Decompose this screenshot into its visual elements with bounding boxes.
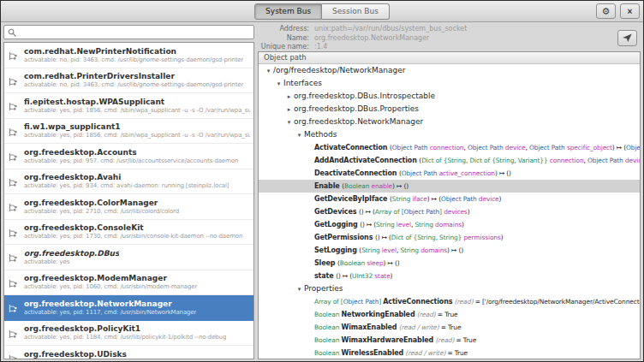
method-row[interactable]: SetLogging (String level, String domains… — [259, 244, 640, 257]
bus-name: com.redhat.PrinterDriversInstaller — [24, 71, 243, 81]
bus-detail: activatable: yes, pid: 1184, cmd: /usr/l… — [24, 334, 226, 341]
expander-icon[interactable]: ▾ — [274, 78, 283, 90]
bus-detail: activatable: yes, pid: 1856, cmd: /sbin/… — [24, 107, 250, 115]
bus-list-item[interactable]: com.redhat.PrinterDriversInstalleractiva… — [4, 68, 253, 94]
header-toolbar: System Bus Session Bus ⚙ × — [1, 1, 643, 22]
bus-list-item[interactable]: org.freedesktop.ColorManageractivatable:… — [4, 194, 253, 220]
properties-node[interactable]: ▾Properties — [259, 282, 640, 295]
unique-name-value: :1.4 — [314, 43, 327, 52]
name-label: Name: — [259, 34, 309, 44]
bus-list-item[interactable]: fi.epitest.hostap.WPASupplicantactivatab… — [4, 93, 253, 119]
dbus-service-icon — [8, 125, 20, 137]
interfaces-node[interactable]: ▾Interfaces — [259, 77, 640, 90]
bus-detail: activatable: yes, pid: 934, cmd: avahi-d… — [24, 182, 229, 190]
unique-name-label: Unique name: — [259, 43, 309, 52]
gear-icon: ⚙ — [602, 6, 611, 16]
bus-detail: activatable: yes — [24, 258, 119, 266]
property-row[interactable]: Boolean NetworkingEnabled (read) = True — [259, 308, 640, 321]
bus-list: com.redhat.NewPrinterNotificationactivat… — [3, 42, 254, 359]
method-row[interactable]: AddAndActivateConnection (Dict of {Strin… — [259, 154, 640, 167]
send-icon — [622, 33, 633, 45]
bus-name: fi.epitest.hostap.WPASupplicant — [24, 97, 250, 107]
method-row[interactable]: GetDeviceByIpIface (String iface) ↦ (Obj… — [259, 193, 640, 205]
main-content: com.redhat.NewPrinterNotificationactivat… — [1, 22, 643, 361]
introspection-pane: Address: unix:path=/var/run/dbus/system_… — [258, 22, 643, 361]
system-bus-tab[interactable]: System Bus — [254, 3, 322, 20]
method-row[interactable]: GetDevices () ↦ (Array of [Object Path] … — [259, 205, 640, 218]
interface-node[interactable]: ▸org.freedesktop.DBus.Properties — [259, 103, 640, 116]
address-label: Address: — [259, 25, 309, 34]
tree-column-header[interactable]: Object path — [259, 52, 640, 64]
close-button[interactable]: × — [620, 3, 640, 19]
dbus-service-icon — [8, 74, 20, 86]
dbus-service-icon — [8, 99, 20, 111]
bus-name: org.freedesktop.ColorManager — [24, 198, 179, 208]
method-row[interactable]: GetPermissions () ↦ (Dict of {String, St… — [259, 231, 640, 244]
method-row[interactable]: DeactivateConnection (Object Path active… — [259, 167, 640, 180]
dbus-service-icon — [8, 327, 20, 339]
bus-list-item[interactable]: org.freedesktop.ModemManageractivatable:… — [4, 270, 253, 296]
bus-name: org.freedesktop.ModemManager — [24, 273, 197, 283]
bus-switcher: System Bus Session Bus — [254, 3, 390, 20]
settings-button[interactable]: ⚙ — [596, 3, 616, 19]
bus-name-pane: com.redhat.NewPrinterNotificationactivat… — [1, 22, 254, 361]
bus-name: org.freedesktop.PolicyKit1 — [24, 323, 226, 334]
object-path-node[interactable]: ▾/org/freedesktop/NetworkManager — [259, 64, 640, 77]
bus-list-item[interactable]: org.freedesktop.NetworkManageractivatabl… — [4, 295, 253, 321]
session-bus-tab[interactable]: Session Bus — [322, 3, 390, 20]
expander-icon[interactable]: ▾ — [295, 129, 304, 141]
bus-name: org.freedesktop.UDisks — [24, 349, 127, 359]
bus-name: org.freedesktop.DBus — [24, 248, 119, 258]
dbus-service-icon — [8, 200, 20, 212]
method-row[interactable]: Enable (Boolean enable) ↦ () — [259, 180, 640, 193]
bus-list-item[interactable]: org.freedesktop.Avahiactivatable: yes, p… — [4, 169, 253, 195]
dbus-service-icon — [8, 226, 20, 238]
dbus-service-icon — [8, 150, 20, 162]
search-input[interactable] — [20, 28, 250, 37]
dbus-service-icon — [8, 276, 20, 288]
bus-detail: activatable: yes, pid: 1117, cmd: /usr/s… — [24, 309, 196, 317]
interface-node[interactable]: ▾org.freedesktop.NetworkManager — [259, 116, 640, 128]
bus-list-item[interactable]: org.freedesktop.PolicyKit1activatable: y… — [4, 321, 253, 347]
connection-details: Address: unix:path=/var/run/dbus/system_… — [258, 22, 641, 51]
dbus-service-icon — [8, 49, 20, 61]
method-row[interactable]: ActivateConnection (Object Path connecti… — [259, 141, 640, 154]
search-entry[interactable] — [3, 25, 254, 39]
toolbar-right-group: ⚙ × — [596, 3, 640, 19]
property-row[interactable]: Boolean WimaxHardwareEnabled (read) = Tr… — [259, 334, 640, 347]
bus-detail: activatable: no, pid: 3463, cmd: /usr/li… — [24, 56, 243, 64]
interface-node[interactable]: ▸org.freedesktop.DBus.Introspectable — [259, 90, 640, 103]
bus-name: org.freedesktop.ConsoleKit — [24, 223, 242, 233]
dbus-service-icon — [8, 352, 20, 359]
bus-name: fi.w1.wpa_supplicant1 — [24, 122, 250, 132]
name-value: org.freedesktop.NetworkManager — [314, 34, 429, 44]
bus-list-item[interactable]: org.freedesktop.UDisksactivatable: yes — [4, 346, 253, 359]
expander-icon[interactable]: ▾ — [284, 116, 294, 128]
dbus-service-icon — [8, 251, 20, 263]
bus-detail: activatable: no, pid: 3463, cmd: /usr/li… — [24, 81, 243, 89]
bus-list-item[interactable]: org.freedesktop.DBusactivatable: yes — [4, 245, 253, 270]
property-row[interactable]: Array of [Object Path] ActiveConnections… — [259, 295, 640, 308]
expander-icon[interactable]: ▾ — [264, 65, 273, 77]
bus-list-item[interactable]: org.freedesktop.ConsoleKitactivatable: y… — [4, 220, 253, 246]
bus-list-item[interactable]: org.freedesktop.Accountsactivatable: yes… — [4, 144, 253, 169]
methods-node[interactable]: ▾Methods — [259, 128, 640, 141]
bus-list-item[interactable]: fi.w1.wpa_supplicant1activatable: yes, p… — [4, 119, 253, 145]
dbus-service-icon — [8, 175, 20, 187]
execute-method-button[interactable] — [617, 30, 637, 46]
method-row[interactable]: GetLogging () ↦ (String level, String do… — [259, 218, 640, 231]
bus-name: org.freedesktop.NetworkManager — [24, 299, 196, 309]
expander-icon[interactable]: ▸ — [284, 91, 294, 103]
object-path-tree: Object path ▾/org/freedesktop/NetworkMan… — [258, 51, 641, 359]
object-tree-body: ▾/org/freedesktop/NetworkManager▾Interfa… — [259, 64, 640, 359]
bus-list-item[interactable]: com.redhat.NewPrinterNotificationactivat… — [4, 43, 253, 68]
dbus-service-icon — [8, 301, 20, 313]
expander-icon[interactable]: ▸ — [284, 104, 294, 116]
expander-icon[interactable]: ▾ — [295, 283, 304, 295]
bus-detail: activatable: yes, pid: 957, cmd: /usr/li… — [24, 157, 238, 165]
property-row[interactable]: Boolean WirelessEnabled (read / write) =… — [259, 347, 640, 359]
method-row[interactable]: Sleep (Boolean sleep) ↦ () — [259, 257, 640, 270]
bus-detail: activatable: yes, pid: 1856, cmd: /sbin/… — [24, 132, 250, 139]
property-row[interactable]: Boolean WimaxEnabled (read / write) = Tr… — [259, 321, 640, 334]
method-row[interactable]: state () ↦ (UInt32 state) — [259, 270, 640, 282]
